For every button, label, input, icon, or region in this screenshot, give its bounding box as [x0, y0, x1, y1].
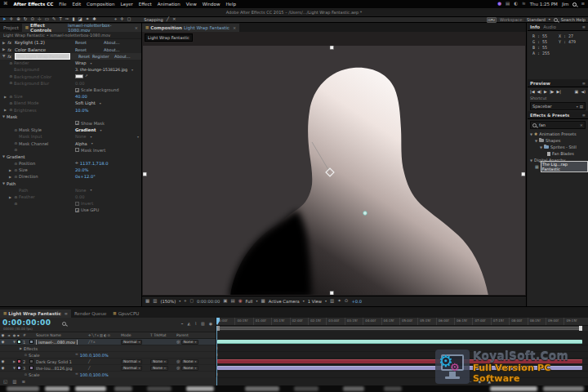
twirl-icon[interactable]: ▼: [530, 132, 532, 136]
tree-label[interactable]: Shapes: [546, 138, 560, 143]
previous-frame-button[interactable]: ◀|: [537, 89, 542, 94]
tab-effect-controls[interactable]: ▦ Effect Controls ismael-noletterbox-108…: [22, 24, 141, 32]
view-layout-dropdown[interactable]: 1 View: [308, 299, 322, 304]
col-trkmat[interactable]: T TrkMat: [150, 333, 176, 337]
about-link[interactable]: About...: [114, 54, 131, 59]
orbit-camera-tool[interactable]: ↻: [24, 17, 28, 22]
menu-edit[interactable]: Edit: [72, 2, 81, 7]
frame-blending-icon[interactable]: ▥: [201, 321, 205, 326]
safe-zones-icon[interactable]: ⌖: [184, 299, 186, 304]
anchor-point-dot[interactable]: [363, 212, 368, 216]
background-dropdown[interactable]: 3. the-lounge-1538126.jpg: [75, 68, 127, 72]
prop-brightness[interactable]: ▶ ⊙ Brightness 10.0%: [0, 106, 141, 113]
transfer-controls-toggle[interactable]: ≡: [21, 379, 25, 384]
draft-3d-icon[interactable]: ◭: [188, 321, 191, 326]
play-button[interactable]: ▶: [544, 89, 547, 94]
parent-dropdown[interactable]: None▾: [181, 366, 199, 371]
preview-panel-title[interactable]: Preview: [530, 81, 550, 86]
stopwatch-icon[interactable]: ⊙: [13, 162, 19, 166]
search-help-icon[interactable]: [554, 18, 558, 22]
menu-view[interactable]: View: [186, 2, 197, 7]
close-icon[interactable]: ×: [233, 25, 236, 30]
eraser-tool[interactable]: ◪: [78, 17, 82, 22]
tab-project[interactable]: Project: [0, 24, 22, 32]
prop-mask-channel[interactable]: ⊙ Mask Channel Alpha▾: [0, 140, 141, 146]
exposure-value[interactable]: +0.0: [351, 299, 362, 304]
scale-value[interactable]: 100.0,100.0%: [80, 353, 109, 358]
dropdown-arrow-icon[interactable]: ▾: [91, 188, 92, 192]
mode-dropdown[interactable]: Normal▾: [121, 359, 142, 364]
menubar-user[interactable]: Jim: [562, 2, 569, 7]
layer-row-2[interactable]: ◉ ▶ 2 Dark Gray Solid 1 ╱ Normal▾ None▾ …: [0, 359, 216, 365]
reset-link[interactable]: Reset: [78, 54, 90, 59]
checkbox-checked[interactable]: ✓: [75, 208, 79, 212]
layer-row-3[interactable]: ◉ ▼ 3 the-lou...8126.jpg ╱ Normal▾ None▾…: [0, 365, 216, 372]
blend-mode-dropdown[interactable]: Soft Light: [75, 100, 96, 105]
gpu-badge-icon[interactable]: GPU: [487, 17, 497, 23]
register-link[interactable]: Register: [92, 54, 109, 59]
col-mode[interactable]: Mode: [121, 333, 150, 337]
comp-image[interactable]: [143, 46, 525, 295]
layer-name-selected[interactable]: ismael-...080.mov: [36, 340, 78, 345]
color-swatch[interactable]: [75, 74, 83, 78]
transparency-grid-icon[interactable]: ▦: [261, 299, 265, 304]
fast-previews-icon[interactable]: ✦: [337, 299, 341, 304]
hide-shy-layers-icon[interactable]: ⌇: [194, 321, 196, 326]
scale-label[interactable]: Scale: [29, 353, 39, 358]
snapping-label[interactable]: Snapping: [144, 17, 163, 22]
twirl-icon[interactable]: ▼: [11, 366, 17, 370]
dropdown-arrow-icon[interactable]: ▾: [91, 135, 92, 139]
motion-blur-icon[interactable]: ◉: [209, 321, 212, 326]
wifi-icon[interactable]: ≋: [522, 2, 526, 7]
stopwatch-icon[interactable]: ⊙: [8, 61, 14, 65]
region-of-interest-icon[interactable]: ◻: [189, 299, 194, 304]
menu-file[interactable]: File: [59, 2, 66, 7]
search-help[interactable]: Search Help: [561, 17, 586, 22]
eye-toggle[interactable]: ◉: [0, 359, 6, 363]
eye-toggle[interactable]: ◉: [0, 340, 6, 344]
dropdown-arrow-icon[interactable]: ▾: [325, 300, 327, 303]
stopwatch-icon[interactable]: ⊙: [13, 195, 19, 199]
snapshot-button[interactable]: ▣: [574, 89, 578, 94]
stopwatch-icon[interactable]: ⊙: [13, 141, 19, 145]
notification-center-icon[interactable]: ≡: [581, 2, 585, 7]
stopwatch-icon[interactable]: ⊙: [23, 353, 29, 357]
prop-path[interactable]: Path None▾: [0, 187, 141, 194]
tab-timeline-comp[interactable]: ▦ Light Wrap Fantastic ≡: [0, 310, 71, 318]
prop-use-gpu[interactable]: ✓Use GPU: [0, 207, 141, 213]
pickwhip-icon[interactable]: @: [176, 367, 180, 371]
effects-presets-title[interactable]: Effects & Presets: [530, 113, 569, 118]
world-axis-mode-icon[interactable]: ✛: [120, 17, 124, 22]
effects-child-row[interactable]: ▶ Effects: [0, 345, 216, 352]
puppet-pin-tool[interactable]: ✱: [92, 17, 96, 22]
path-dropdown[interactable]: None: [75, 188, 87, 193]
tree-item-shapes[interactable]: ▼ Shapes: [528, 137, 588, 144]
prop-value[interactable]: 40.00: [75, 94, 87, 99]
shape-tool[interactable]: ▭: [45, 17, 49, 22]
prop-value[interactable]: 0.00: [75, 81, 85, 86]
roto-brush-tool[interactable]: ✦: [86, 17, 90, 22]
stopwatch-icon[interactable]: ⊙: [8, 101, 14, 105]
pan-behind-tool[interactable]: ⊹: [38, 17, 42, 22]
stopwatch-icon[interactable]: ⊙: [13, 168, 19, 172]
apple-menu-icon[interactable]: ⌘: [3, 2, 8, 7]
work-area-bar[interactable]: [216, 326, 588, 331]
twirl-icon[interactable]: ▼: [535, 139, 537, 143]
prop-background-blur[interactable]: ⊙ Background Blur 0.00: [0, 80, 141, 87]
dropdown-arrow-icon[interactable]: ▾: [179, 300, 180, 303]
prop-value[interactable]: 1137.1,718.0: [80, 161, 109, 166]
parent-dropdown[interactable]: None▾: [181, 359, 199, 364]
prop-size[interactable]: ▶ ⊙ Size 40.00: [0, 93, 141, 100]
work-area-end-handle[interactable]: [579, 326, 582, 331]
stopwatch-icon[interactable]: ⊙: [13, 202, 19, 206]
status-app-icon[interactable]: ●: [497, 2, 501, 7]
tree-item-sprites-still[interactable]: ▼ Sprites - Still: [528, 144, 588, 150]
menu-composition[interactable]: Composition: [87, 2, 114, 7]
checkbox-unchecked[interactable]: [75, 202, 79, 206]
constrain-link-icon[interactable]: ∞: [75, 353, 78, 357]
prop-scale-background[interactable]: ✓Scale Background: [0, 87, 141, 93]
expand-layers-toggle[interactable]: ◱: [3, 379, 7, 384]
prop-background-color[interactable]: ⊙ Background Color ➚: [0, 74, 141, 80]
info-panel-title[interactable]: Info: [530, 24, 540, 29]
effect-row-keylight[interactable]: ▶ fx Keylight (1.2) Reset About...: [0, 39, 141, 46]
